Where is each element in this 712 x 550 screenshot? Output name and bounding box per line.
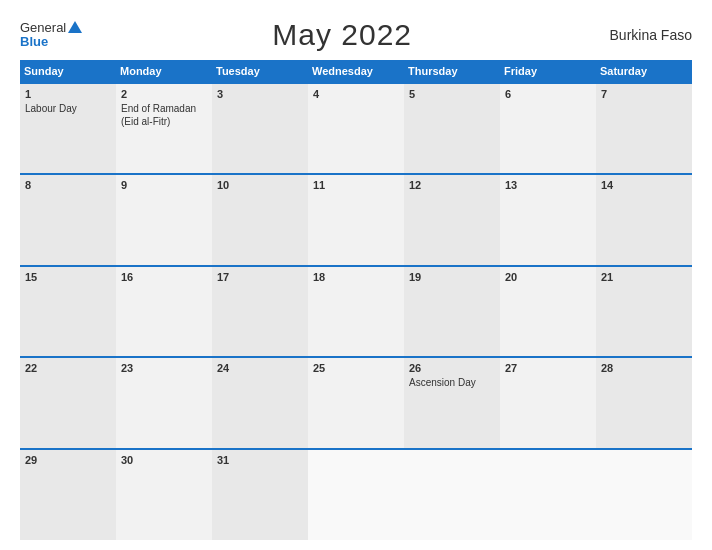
table-row: 7 (596, 83, 692, 174)
col-monday: Monday (116, 60, 212, 83)
table-row: 18 (308, 266, 404, 357)
calendar-week-row: 15161718192021 (20, 266, 692, 357)
country-label: Burkina Faso (602, 27, 692, 43)
logo-triangle-icon (68, 21, 82, 33)
day-number: 4 (313, 88, 399, 100)
col-wednesday: Wednesday (308, 60, 404, 83)
day-number: 6 (505, 88, 591, 100)
day-number: 10 (217, 179, 303, 191)
table-row: 25 (308, 357, 404, 448)
day-number: 2 (121, 88, 207, 100)
table-row: 19 (404, 266, 500, 357)
col-saturday: Saturday (596, 60, 692, 83)
day-number: 12 (409, 179, 495, 191)
table-row: 29 (20, 449, 116, 540)
col-thursday: Thursday (404, 60, 500, 83)
table-row: 11 (308, 174, 404, 265)
col-sunday: Sunday (20, 60, 116, 83)
logo-blue: Blue (20, 35, 48, 49)
day-number: 23 (121, 362, 207, 374)
day-number: 28 (601, 362, 687, 374)
day-number: 11 (313, 179, 399, 191)
day-number: 18 (313, 271, 399, 283)
day-number: 9 (121, 179, 207, 191)
table-row: 2End of Ramadan (Eid al-Fitr) (116, 83, 212, 174)
day-number: 19 (409, 271, 495, 283)
day-number: 25 (313, 362, 399, 374)
table-row: 12 (404, 174, 500, 265)
table-row: 16 (116, 266, 212, 357)
day-number: 16 (121, 271, 207, 283)
table-row (308, 449, 404, 540)
day-number: 7 (601, 88, 687, 100)
table-row (500, 449, 596, 540)
table-row: 8 (20, 174, 116, 265)
table-row: 14 (596, 174, 692, 265)
table-row: 1Labour Day (20, 83, 116, 174)
day-number: 17 (217, 271, 303, 283)
holiday-label: End of Ramadan (Eid al-Fitr) (121, 102, 207, 128)
table-row: 30 (116, 449, 212, 540)
day-number: 26 (409, 362, 495, 374)
col-tuesday: Tuesday (212, 60, 308, 83)
table-row: 23 (116, 357, 212, 448)
day-number: 24 (217, 362, 303, 374)
table-row: 3 (212, 83, 308, 174)
table-row: 20 (500, 266, 596, 357)
logo-general: General (20, 21, 66, 35)
day-number: 5 (409, 88, 495, 100)
day-number: 3 (217, 88, 303, 100)
calendar-table: Sunday Monday Tuesday Wednesday Thursday… (20, 60, 692, 540)
table-row: 26Ascension Day (404, 357, 500, 448)
holiday-label: Labour Day (25, 102, 111, 115)
month-title: May 2022 (82, 18, 602, 52)
day-number: 1 (25, 88, 111, 100)
logo: General Blue (20, 21, 82, 50)
day-number: 29 (25, 454, 111, 466)
day-number: 8 (25, 179, 111, 191)
table-row (596, 449, 692, 540)
holiday-label: Ascension Day (409, 376, 495, 389)
day-number: 14 (601, 179, 687, 191)
day-number: 27 (505, 362, 591, 374)
col-friday: Friday (500, 60, 596, 83)
table-row: 24 (212, 357, 308, 448)
table-row: 6 (500, 83, 596, 174)
table-row: 31 (212, 449, 308, 540)
table-row: 13 (500, 174, 596, 265)
day-number: 13 (505, 179, 591, 191)
calendar-week-row: 293031 (20, 449, 692, 540)
table-row: 4 (308, 83, 404, 174)
day-number: 22 (25, 362, 111, 374)
day-number: 21 (601, 271, 687, 283)
header: General Blue May 2022 Burkina Faso (20, 18, 692, 52)
table-row: 17 (212, 266, 308, 357)
table-row: 27 (500, 357, 596, 448)
table-row: 10 (212, 174, 308, 265)
calendar-week-row: 891011121314 (20, 174, 692, 265)
table-row: 28 (596, 357, 692, 448)
table-row: 22 (20, 357, 116, 448)
table-row: 9 (116, 174, 212, 265)
day-number: 30 (121, 454, 207, 466)
day-number: 15 (25, 271, 111, 283)
table-row: 21 (596, 266, 692, 357)
calendar-week-row: 2223242526Ascension Day2728 (20, 357, 692, 448)
table-row (404, 449, 500, 540)
calendar-week-row: 1Labour Day2End of Ramadan (Eid al-Fitr)… (20, 83, 692, 174)
table-row: 5 (404, 83, 500, 174)
table-row: 15 (20, 266, 116, 357)
calendar-page: General Blue May 2022 Burkina Faso Sunda… (0, 0, 712, 550)
day-number: 20 (505, 271, 591, 283)
day-number: 31 (217, 454, 303, 466)
calendar-header-row: Sunday Monday Tuesday Wednesday Thursday… (20, 60, 692, 83)
